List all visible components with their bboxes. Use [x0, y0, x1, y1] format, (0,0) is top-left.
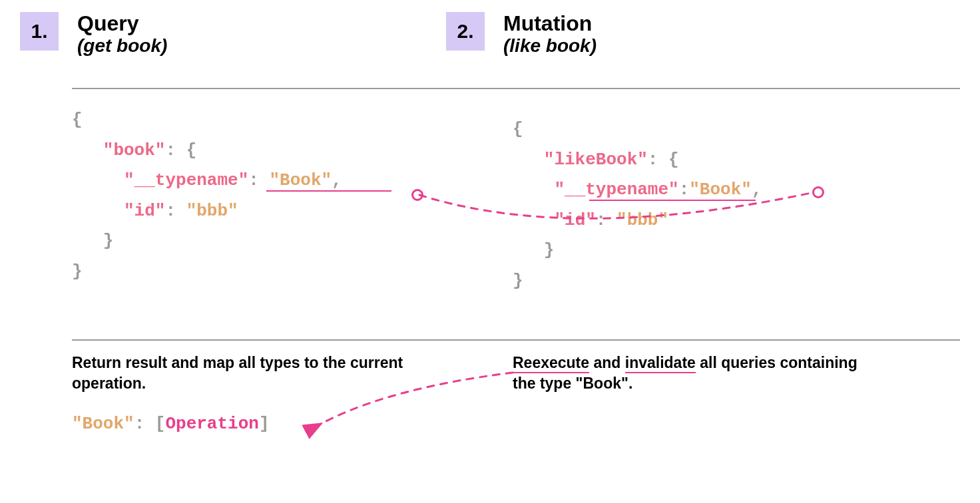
note-right: Reexecute and invalidate all queries con…: [513, 353, 859, 394]
colon: :: [165, 201, 186, 221]
colon: :: [248, 170, 269, 190]
brace-open: {: [513, 119, 523, 139]
connector-dot-right: [812, 186, 824, 198]
comma: ,: [332, 170, 342, 190]
step-2-subtitle: (like book): [503, 35, 597, 57]
key-book: "book": [103, 140, 166, 160]
step-1: 1. Query (get book): [20, 12, 167, 57]
step-2: 2. Mutation (like book): [446, 12, 597, 57]
colon-brace: : {: [648, 150, 679, 170]
brace-close: }: [513, 271, 523, 291]
notes-row: Return result and map all types to the c…: [20, 353, 960, 459]
step-1-subtitle: (get book): [77, 35, 167, 57]
note-left: Return result and map all types to the c…: [72, 353, 418, 394]
key-likebook: "likeBook": [544, 150, 648, 170]
mutation-json: { "likeBook": { "__typename":"Book", "id…: [513, 114, 762, 296]
step-1-title: Query: [77, 12, 167, 35]
key-id: "id": [554, 210, 595, 230]
val-id: "bbb": [186, 201, 238, 221]
underline-invalidate: invalidate: [625, 354, 696, 373]
colon: :: [679, 180, 690, 200]
val-book: "Book": [269, 170, 332, 190]
brace-close: }: [544, 240, 555, 260]
colon: :: [596, 210, 616, 230]
code-row: { "book": { "__typename": "Book", "id": …: [20, 93, 960, 333]
step-2-badge: 2.: [446, 12, 485, 51]
step-1-badge: 1.: [20, 12, 59, 51]
brace-open: {: [72, 110, 83, 130]
bracket-open: [: [155, 414, 166, 434]
connector-dot-left: [411, 189, 423, 201]
colon: :: [134, 414, 155, 434]
map-line: "Book": [Operation]: [72, 414, 270, 434]
map-operation: Operation: [165, 414, 258, 434]
steps-row: 1. Query (get book) 2. Mutation (like bo…: [20, 12, 960, 72]
map-key: "Book": [72, 414, 134, 434]
step-2-title: Mutation: [503, 12, 597, 35]
query-json: { "book": { "__typename": "Book", "id": …: [72, 105, 342, 287]
key-id: "id": [124, 201, 165, 221]
bracket-close: ]: [259, 414, 270, 434]
val-id: "bbb": [616, 210, 668, 230]
comma: ,: [752, 180, 762, 200]
divider-top: [72, 88, 960, 89]
divider-bottom: [72, 339, 960, 341]
key-typename: "__typename": [124, 170, 248, 190]
text-and: and: [589, 354, 625, 371]
key-typename: "__typename": [554, 180, 678, 200]
underline-reexecute: Reexecute: [513, 354, 589, 373]
val-book: "Book": [689, 180, 752, 200]
colon-brace: : {: [165, 140, 196, 160]
brace-close: }: [103, 231, 114, 251]
brace-close: }: [72, 261, 83, 281]
